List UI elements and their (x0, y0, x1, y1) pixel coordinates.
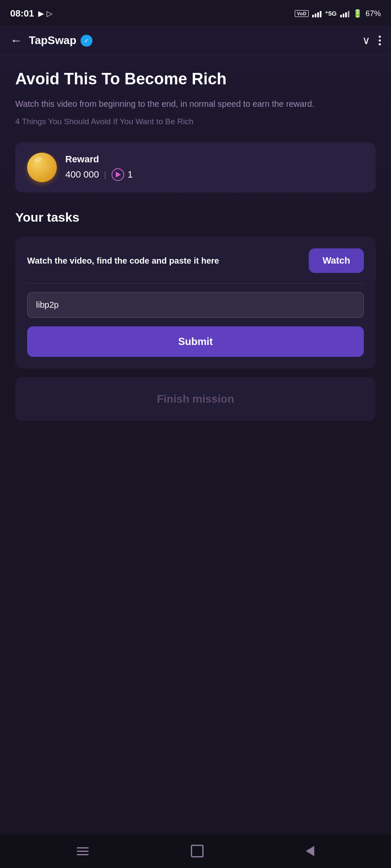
page-subtitle: Watch this video from beginning to the e… (15, 97, 376, 110)
more-options-button[interactable] (379, 36, 381, 45)
signal-bar-1 (312, 15, 314, 17)
main-content: Avoid This To Become Rich Watch this vid… (0, 56, 391, 643)
task-divider (27, 283, 364, 284)
nav-bar: ← TapSwap ✓ ∨ (0, 25, 391, 56)
reward-amount: 400 000 (65, 169, 99, 180)
youtube-icon: ▶ (38, 9, 44, 18)
signal-bar5g-1 (340, 15, 342, 17)
page-description: 4 Things You Should Avoid If You Want to… (15, 116, 376, 128)
status-bar: 08:01 ▶ ▷ VoD ⁺5G 🔋 67% (0, 0, 391, 25)
play-store-icon: ▷ (47, 9, 53, 18)
battery-percentage: 67% (366, 9, 381, 18)
reward-tickets: 1 (112, 168, 133, 181)
battery-icon: 🔋 (353, 9, 362, 18)
watch-button[interactable]: Watch (309, 248, 364, 273)
reward-details: 400 000 | 1 (65, 168, 364, 181)
network-5g-label: ⁺5G (325, 10, 337, 17)
bottom-nav-menu[interactable] (77, 847, 89, 855)
signal-bar5g-2 (343, 14, 344, 17)
signal-bar-3 (317, 12, 319, 17)
page-title: Avoid This To Become Rich (15, 70, 376, 89)
code-input[interactable] (27, 292, 364, 318)
play-icon (112, 168, 124, 181)
back-button[interactable]: ← (10, 34, 22, 47)
status-icons: ▶ ▷ (38, 9, 53, 18)
reward-info: Reward 400 000 | 1 (65, 154, 364, 181)
bottom-spacer (0, 643, 391, 834)
signal-bars-5g (340, 10, 349, 17)
status-right: VoD ⁺5G 🔋 67% (295, 9, 381, 18)
signal-bar-2 (315, 14, 316, 17)
tasks-section-title: Your tasks (15, 210, 376, 225)
signal-bar5g-3 (345, 12, 347, 17)
submit-button[interactable]: Submit (27, 326, 364, 357)
signal-bars (312, 10, 321, 17)
nav-title-group: TapSwap ✓ (29, 34, 362, 47)
ticket-count: 1 (128, 169, 133, 180)
verified-badge-icon: ✓ (81, 35, 92, 47)
home-icon (191, 845, 204, 857)
finish-mission-card: Finish mission (15, 377, 376, 421)
back-icon (306, 846, 314, 856)
vod-badge: VoD (295, 10, 309, 17)
task-instruction: Watch the video, find the code and paste… (27, 255, 300, 267)
status-left: 08:01 ▶ ▷ (10, 8, 53, 19)
bottom-nav-back[interactable] (306, 846, 314, 856)
play-triangle-icon (116, 172, 121, 178)
signal-bar5g-4 (348, 11, 349, 17)
coin-icon (27, 153, 57, 182)
reward-divider: | (104, 170, 106, 180)
signal-bar-4 (320, 11, 321, 17)
nav-title: TapSwap (29, 34, 76, 47)
finish-mission-label: Finish mission (157, 392, 234, 406)
task-card: Watch the video, find the code and paste… (15, 236, 376, 369)
dropdown-button[interactable]: ∨ (362, 34, 370, 47)
bottom-nav (0, 834, 391, 868)
hamburger-icon (77, 847, 89, 855)
reward-card: Reward 400 000 | 1 (15, 142, 376, 192)
task-header: Watch the video, find the code and paste… (27, 248, 364, 273)
bottom-nav-home[interactable] (191, 845, 204, 857)
status-time: 08:01 (10, 8, 34, 19)
reward-label: Reward (65, 154, 364, 165)
nav-right: ∨ (362, 34, 381, 47)
